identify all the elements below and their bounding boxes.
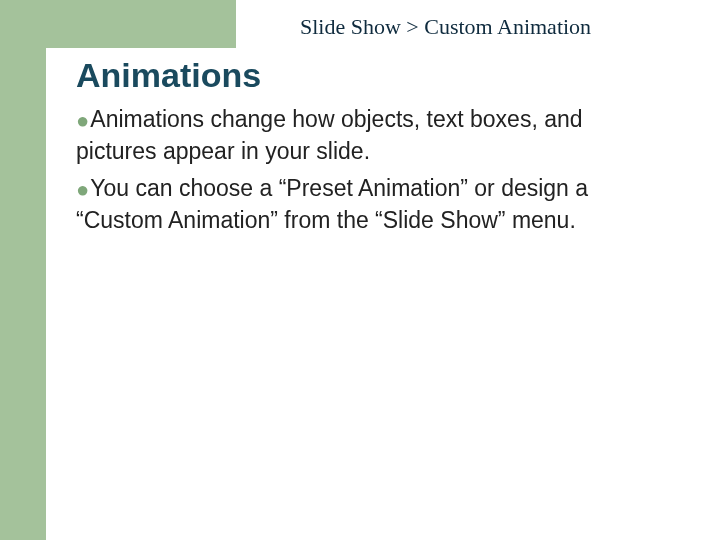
breadcrumb: Slide Show > Custom Animation: [300, 14, 591, 40]
bullet-dot-icon: ●: [76, 177, 89, 202]
top-left-box-decoration: [46, 0, 236, 48]
bullet-dot-icon: ●: [76, 108, 89, 133]
bullet-item: ●You can choose a “Preset Animation” or …: [76, 173, 636, 236]
bullet-text: Animations change how objects, text boxe…: [76, 106, 583, 164]
bullet-body: ●Animations change how objects, text box…: [76, 104, 636, 242]
bullet-item: ●Animations change how objects, text box…: [76, 104, 636, 167]
bullet-text: You can choose a “Preset Animation” or d…: [76, 175, 588, 233]
left-sidebar-decoration: [0, 0, 46, 540]
slide-title: Animations: [76, 56, 261, 95]
